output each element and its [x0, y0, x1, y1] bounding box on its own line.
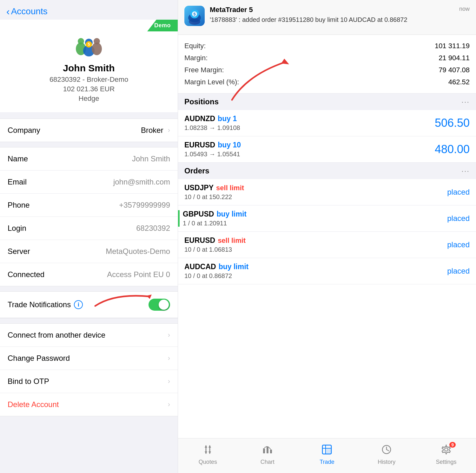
avatar: 5: [75, 29, 103, 58]
nav-history[interactable]: History: [369, 444, 404, 465]
bottom-nav: Quotes Chart: [178, 438, 476, 473]
svg-point-7: [94, 38, 100, 44]
audnzd-action: buy 1: [218, 114, 237, 123]
profile-account: 68230392 - Broker-Demo: [50, 75, 128, 84]
delete-chevron-icon: ›: [168, 400, 170, 409]
bind-otp-row[interactable]: Bind to OTP ›: [0, 370, 178, 393]
left-panel: ‹ Accounts Demo 5 John Smith 6823039: [0, 0, 178, 473]
name-row: Name John Smith: [0, 147, 178, 171]
eurusd-order-row[interactable]: EURUSD sell limit 10 / 0 at 1.06813 plac…: [178, 232, 476, 258]
gbpusd-details: 1 / 0 at 1.20911: [183, 220, 438, 227]
svg-marker-17: [205, 451, 207, 454]
usdjpy-order-row[interactable]: USDJPY sell limit 10 / 0 at 150.222 plac…: [178, 179, 476, 205]
svg-point-33: [445, 448, 448, 451]
history-icon: [381, 444, 392, 457]
back-button[interactable]: ‹ Accounts: [6, 6, 48, 16]
eurusd-action: buy 10: [218, 141, 241, 149]
info-icon[interactable]: i: [74, 300, 83, 309]
connect-chevron-icon: ›: [168, 331, 170, 339]
margin-row: Margin: 21 904.11: [184, 52, 470, 64]
right-panel: 5 MetaTrader 5 now '1878883' : added ord…: [178, 0, 476, 473]
login-row: Login 68230392: [0, 217, 178, 240]
chart-icon: [262, 444, 273, 457]
quotes-icon: [203, 444, 213, 457]
phone-row: Phone +35799999999: [0, 194, 178, 217]
history-label: History: [378, 459, 395, 465]
free-margin-row: Free Margin: 79 407.08: [184, 64, 470, 76]
back-chevron-icon: ‹: [6, 6, 10, 16]
nav-bar: ‹ Accounts: [0, 0, 178, 20]
audcad-status: placed: [438, 267, 470, 275]
svg-line-25: [268, 447, 271, 449]
action-group: Connect from another device › Change Pas…: [0, 323, 178, 416]
positions-section-header: Positions ···: [178, 94, 476, 110]
nav-trade[interactable]: Trade: [309, 444, 344, 465]
audnzd-profit: 506.50: [432, 116, 470, 130]
change-password-row[interactable]: Change Password ›: [0, 347, 178, 370]
svg-rect-23: [270, 450, 272, 453]
company-value: Broker ›: [141, 126, 170, 135]
orders-title: Orders: [184, 166, 209, 175]
company-group: Company Broker ›: [0, 119, 178, 142]
eurusd-pair: EURUSD: [184, 141, 215, 149]
toggle-knob: [159, 300, 169, 310]
orders-section-header: Orders ···: [178, 163, 476, 179]
eurusd-prices: 1.05493 → 1.05541: [184, 151, 432, 158]
profile-name: John Smith: [63, 63, 115, 74]
notification-app-name: MetaTrader 5: [210, 6, 253, 14]
margin-level-row: Margin Level (%): 462.52: [184, 76, 470, 88]
company-row[interactable]: Company Broker ›: [0, 119, 178, 142]
trade-notifications-row: Trade Notifications i: [0, 292, 178, 318]
orders-more-icon[interactable]: ···: [461, 166, 470, 175]
quotes-label: Quotes: [199, 459, 217, 465]
connect-another-device-row[interactable]: Connect from another device ›: [0, 324, 178, 347]
svg-rect-22: [267, 446, 268, 453]
usdjpy-action: sell limit: [216, 184, 244, 192]
equity-label: Equity:: [184, 42, 206, 50]
audcad-order-row[interactable]: AUDCAD buy limit 10 / 0 at 0.86872 place…: [178, 258, 476, 284]
gbpusd-order-row[interactable]: GBPUSD buy limit 1 / 0 at 1.20911 placed: [178, 205, 476, 232]
notification-banner: 5 MetaTrader 5 now '1878883' : added ord…: [178, 0, 476, 35]
notifications-group: Trade Notifications i: [0, 291, 178, 318]
change-password-chevron-icon: ›: [168, 354, 170, 362]
profile-balance: 102 021.36 EUR: [63, 85, 115, 93]
settings-badge: 9: [449, 442, 456, 448]
audnzd-prices: 1.08238 → 1.09108: [184, 124, 432, 132]
svg-text:5: 5: [194, 12, 196, 16]
eurusd-order-pair: EURUSD: [184, 236, 215, 245]
positions-more-icon[interactable]: ···: [461, 97, 470, 106]
delete-account-row[interactable]: Delete Account ›: [0, 393, 178, 416]
free-margin-label: Free Margin:: [184, 66, 224, 74]
email-row: Email john@smith.com: [0, 171, 178, 194]
audcad-details: 10 / 0 at 0.86872: [184, 272, 438, 280]
margin-value: 21 904.11: [439, 54, 470, 62]
trade-notifications-label: Trade Notifications: [8, 300, 71, 309]
margin-label: Margin:: [184, 54, 208, 62]
server-row: Server MetaQuotes-Demo: [0, 240, 178, 263]
delete-account-label: Delete Account: [8, 400, 59, 409]
equity-value: 101 311.19: [435, 42, 470, 50]
svg-rect-29: [326, 449, 331, 454]
gbpusd-pair: GBPUSD: [183, 210, 214, 218]
trade-label: Trade: [320, 459, 334, 465]
bind-otp-chevron-icon: ›: [168, 377, 170, 386]
profile-section: Demo 5 John Smith 68230392 - Broker-Demo…: [0, 20, 178, 112]
nav-quotes[interactable]: Quotes: [190, 444, 225, 465]
profile-mode: Hedge: [79, 94, 99, 103]
svg-marker-16: [205, 445, 207, 448]
connected-row: Connected Access Point EU 0: [0, 263, 178, 286]
nav-chart[interactable]: Chart: [250, 444, 285, 465]
company-label: Company: [8, 126, 40, 135]
usdjpy-status: placed: [438, 188, 470, 197]
account-summary: Equity: 101 311.19 Margin: 21 904.11 Fre…: [178, 35, 476, 94]
free-margin-value: 79 407.08: [439, 66, 470, 74]
nav-settings[interactable]: 9 Settings: [429, 444, 464, 465]
svg-rect-21: [263, 448, 265, 453]
eurusd-order-action: sell limit: [218, 236, 246, 245]
chart-label: Chart: [261, 459, 274, 465]
eurusd-position-row[interactable]: EURUSD buy 10 1.05493 → 1.05541 480.00: [178, 136, 476, 163]
back-label: Accounts: [11, 6, 48, 16]
margin-level-label: Margin Level (%):: [184, 78, 239, 86]
trade-notifications-toggle[interactable]: [149, 299, 170, 311]
audnzd-position-row[interactable]: AUDNZD buy 1 1.08238 → 1.09108 506.50: [178, 110, 476, 136]
